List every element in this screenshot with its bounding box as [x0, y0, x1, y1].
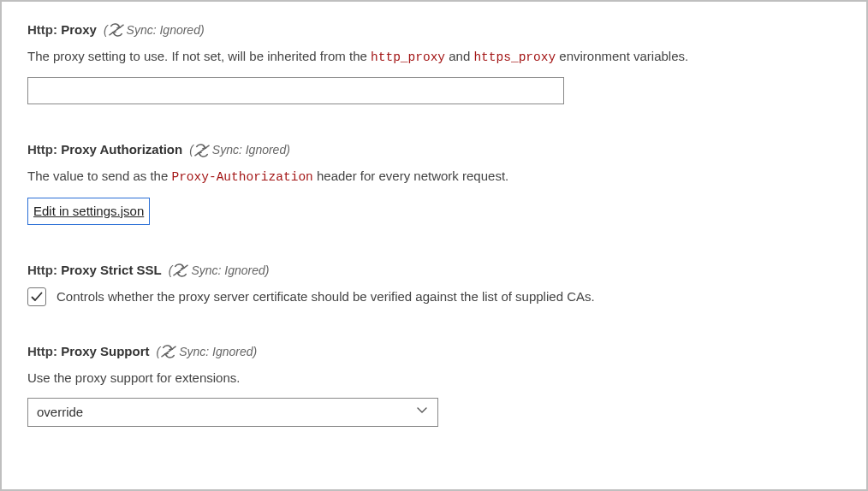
svg-line-2: [174, 265, 187, 275]
svg-line-3: [162, 346, 175, 357]
setting-name: Proxy Strict SSL: [61, 263, 162, 277]
svg-line-1: [195, 145, 209, 156]
edit-in-settings-json-link[interactable]: Edit in settings.json: [27, 198, 150, 226]
sync-label: Sync: Ignored: [212, 141, 286, 159]
svg-line-0: [109, 25, 122, 35]
setting-title: Http: Proxy Strict SSL: [27, 261, 162, 281]
code-http-proxy: http_proxy: [371, 50, 445, 64]
sync-ignored-badge: ( Sync: Ignored ): [169, 262, 270, 280]
select-value: override: [37, 403, 83, 423]
setting-title-row: Http: Proxy Support ( Sync: Ignored ): [27, 342, 841, 362]
sync-ignored-icon: [109, 23, 124, 37]
setting-category: Http: [27, 344, 53, 358]
setting-http-proxy-strict-ssl: Http: Proxy Strict SSL ( Sync: Ignored ): [27, 261, 841, 306]
code-https-proxy: https_proxy: [473, 50, 556, 64]
sync-ignored-badge: ( Sync: Ignored ): [157, 343, 258, 361]
proxy-strict-ssl-checkbox[interactable]: [27, 287, 46, 306]
setting-http-proxy-support: Http: Proxy Support ( Sync: Ignored ) Us…: [27, 342, 841, 427]
code-proxy-authorization: Proxy-Authorization: [171, 170, 312, 184]
setting-category: Http: [27, 142, 53, 157]
setting-category: Http: [27, 22, 53, 37]
setting-name: Proxy: [61, 22, 97, 37]
sync-ignored-badge: ( Sync: Ignored ): [104, 21, 205, 39]
setting-description: The proxy setting to use. If not set, wi…: [27, 47, 841, 68]
setting-title-row: Http: Proxy Strict SSL ( Sync: Ignored ): [27, 261, 841, 281]
checkbox-label: Controls whether the proxy server certif…: [56, 287, 595, 307]
sync-label: Sync: Ignored: [179, 343, 253, 361]
setting-title-row: Http: Proxy ( Sync: Ignored ): [27, 21, 841, 40]
sync-ignored-icon: [194, 144, 210, 157]
setting-name: Proxy Authorization: [61, 142, 182, 157]
check-icon: [30, 290, 44, 304]
setting-title: Http: Proxy Authorization: [27, 140, 182, 160]
settings-panel: Http: Proxy ( Sync: Ignored ) The: [0, 0, 868, 491]
setting-title: Http: Proxy: [27, 21, 97, 40]
chevron-down-icon: [415, 403, 429, 423]
setting-description: Use the proxy support for extensions.: [27, 369, 841, 388]
proxy-input[interactable]: [27, 77, 564, 104]
setting-category: Http: [27, 263, 53, 277]
setting-name: Proxy Support: [61, 344, 149, 358]
sync-ignored-icon: [173, 263, 188, 277]
sync-ignored-badge: ( Sync: Ignored ): [189, 141, 290, 159]
setting-title-row: Http: Proxy Authorization ( Sync: Ignore…: [27, 140, 841, 160]
checkbox-row: Controls whether the proxy server certif…: [27, 287, 841, 307]
setting-description: The value to send as the Proxy-Authoriza…: [27, 167, 841, 187]
sync-label: Sync: Ignored: [191, 262, 265, 280]
sync-label: Sync: Ignored: [127, 21, 200, 39]
proxy-support-select[interactable]: override: [27, 398, 438, 427]
setting-title: Http: Proxy Support: [27, 342, 150, 362]
sync-ignored-icon: [161, 345, 176, 358]
setting-http-proxy: Http: Proxy ( Sync: Ignored ) The: [27, 21, 841, 104]
setting-http-proxy-authorization: Http: Proxy Authorization ( Sync: Ignore…: [27, 140, 841, 225]
